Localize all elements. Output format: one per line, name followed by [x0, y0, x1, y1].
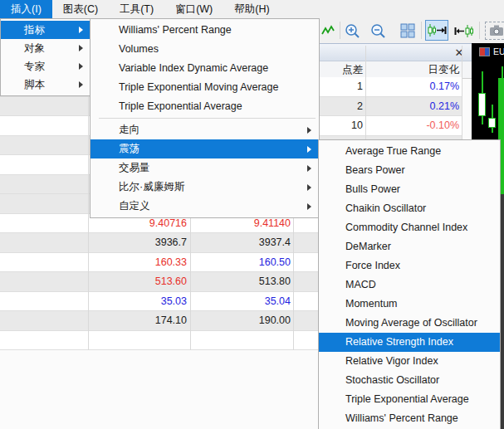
menu-item-scripts[interactable]: 脚本	[1, 76, 91, 94]
menu-item-experts[interactable]: 专家	[1, 57, 91, 76]
camera-icon[interactable]	[485, 22, 504, 40]
chart-title-bar: EU	[473, 43, 504, 60]
bid-cell: 35.03	[0, 292, 187, 312]
oscillators-submenu: Average True Range Bears Power Bulls Pow…	[318, 139, 501, 429]
submenu-arrow-icon	[307, 127, 311, 134]
zoom-in-icon[interactable]	[343, 22, 361, 40]
menu-item-oscillators[interactable]: 震荡	[91, 139, 319, 158]
menu-item-bulls-power[interactable]: Bulls Power	[319, 180, 500, 199]
menu-item-objects[interactable]: 对象	[1, 39, 91, 57]
menu-item-relative-vigor-index[interactable]: Relative Vigor Index	[319, 352, 500, 371]
menu-item-moving-average-of-oscillator[interactable]: Moving Average of Oscillator	[319, 314, 500, 333]
menubar-item-tools[interactable]: 工具(T)	[109, 0, 164, 18]
menu-item-williams-percent-range[interactable]: Williams' Percent Range	[91, 21, 319, 40]
bid-cell: 3936.7	[0, 233, 187, 253]
menu-item-indicators[interactable]: 指标	[1, 21, 91, 39]
menu-item-triple-exponential-moving-average[interactable]: Triple Exponential Moving Average	[91, 78, 319, 97]
menu-item-relative-strength-index[interactable]: Relative Strength Index	[319, 333, 500, 352]
menu-item-trend[interactable]: 走向	[91, 120, 319, 139]
menu-item-triple-exponential-average-osc[interactable]: Triple Exponential Average	[319, 390, 500, 409]
menubar-item-charts[interactable]: 图表(C)	[52, 0, 109, 18]
ask-cell: 35.04	[190, 292, 291, 312]
change-cell: 0.17%	[365, 77, 459, 97]
menu-item-demarker[interactable]: DeMarker	[319, 237, 500, 256]
bid-cell	[0, 331, 187, 351]
submenu-arrow-icon	[307, 184, 311, 191]
column-header-change[interactable]: 日变化	[365, 61, 459, 79]
submenu-arrow-icon	[307, 203, 311, 210]
ask-cell	[190, 331, 291, 351]
menu-separator	[99, 118, 316, 119]
menu-item-williams-percent-range-osc[interactable]: Williams' Percent Range	[319, 409, 500, 428]
submenu-arrow-icon	[307, 146, 311, 153]
toolbar-separator	[479, 22, 480, 39]
chart-shift-icon[interactable]	[453, 22, 475, 40]
menubar-item-insert[interactable]: 插入(I)	[0, 0, 52, 18]
menu-item-commodity-channel-index[interactable]: Commodity Channel Index	[319, 218, 500, 237]
menu-item-chaikin-oscillator[interactable]: Chaikin Oscillator	[319, 199, 500, 218]
bid-cell: 513.60	[0, 272, 187, 292]
toolbar-separator	[340, 22, 340, 39]
menu-item-average-true-range[interactable]: Average True Range	[319, 142, 500, 161]
menu-item-volumes-group[interactable]: 交易量	[91, 158, 319, 178]
menu-item-force-index[interactable]: Force Index	[319, 256, 500, 275]
submenu-arrow-icon	[79, 81, 83, 88]
change-cell: 0.21%	[365, 97, 459, 117]
auto-scroll-icon[interactable]	[425, 20, 448, 41]
menubar: 插入(I) 图表(C) 工具(T) 窗口(W) 帮助(H)	[0, 0, 504, 18]
menu-item-bears-power[interactable]: Bears Power	[319, 161, 500, 180]
chart-symbol-title: EU	[493, 46, 504, 56]
ask-cell: 160.50	[190, 253, 291, 273]
menu-item-triple-exponential-average[interactable]: Triple Exponential Average	[91, 97, 319, 116]
tile-windows-icon[interactable]	[399, 22, 417, 40]
submenu-arrow-icon	[307, 165, 311, 172]
submenu-arrow-icon	[79, 45, 83, 51]
zoom-out-icon[interactable]	[369, 22, 387, 40]
menubar-item-help[interactable]: 帮助(H)	[223, 0, 280, 18]
ask-cell: 190.00	[190, 311, 291, 331]
change-cell: -0.10%	[365, 116, 459, 136]
menubar-item-window[interactable]: 窗口(W)	[164, 0, 223, 18]
close-icon[interactable]: ✕	[452, 46, 467, 61]
toolbar-separator	[421, 22, 422, 39]
submenu-arrow-icon	[79, 27, 83, 33]
insert-menu: 指标 对象 专家 脚本	[0, 18, 91, 96]
menu-item-volumes[interactable]: Volumes	[91, 40, 319, 59]
menu-item-custom[interactable]: 自定义	[91, 197, 319, 216]
ask-cell: 3937.4	[190, 233, 291, 253]
symbol-table-icon	[479, 47, 490, 56]
menu-item-stochastic-oscillator[interactable]: Stochastic Oscillator	[319, 371, 500, 390]
submenu-arrow-icon	[79, 63, 83, 70]
menu-item-variable-index-dynamic-average[interactable]: Variable Index Dynamic Average	[91, 59, 319, 78]
app-window: 插入(I) 图表(C) 工具(T) 窗口(W) 帮助(H)	[0, 0, 504, 429]
candlestick	[488, 118, 496, 128]
bid-cell: 174.10	[0, 311, 187, 331]
bid-cell: 160.33	[0, 253, 187, 273]
menu-item-macd[interactable]: MACD	[319, 275, 500, 295]
indicators-submenu: Williams' Percent Range Volumes Variable…	[90, 18, 320, 218]
candlestick	[478, 93, 486, 116]
ask-cell: 513.80	[190, 272, 291, 292]
menu-item-bill-williams[interactable]: 比尔·威廉姆斯	[91, 178, 319, 197]
menu-item-momentum[interactable]: Momentum	[319, 295, 500, 314]
indicator-zigzag-icon[interactable]	[319, 22, 337, 40]
